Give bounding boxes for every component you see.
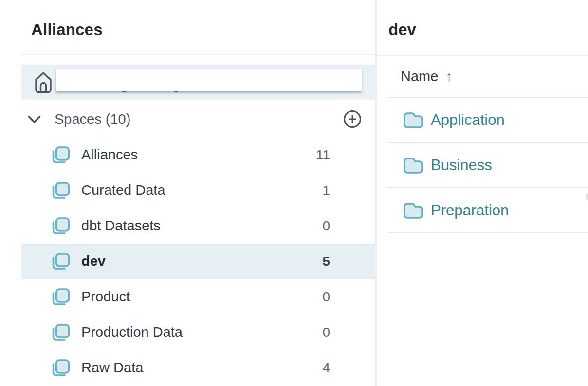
space-icon [50, 286, 72, 308]
space-icon [50, 144, 72, 166]
home-icon [34, 70, 53, 94]
space-name: Alliances [81, 147, 138, 163]
folder-name-link[interactable]: Application [431, 111, 505, 129]
folder-row-business[interactable]: Business [387, 143, 588, 188]
chevron-down-icon[interactable] [28, 116, 41, 123]
content-panel: dev Name ↑ Application [377, 0, 588, 386]
spaces-section-label: Spaces (10) [55, 111, 130, 127]
sidebar-item-product[interactable]: Product 0 [21, 279, 375, 315]
folder-name-link[interactable]: Business [431, 157, 492, 174]
space-name: dev [81, 253, 106, 269]
redaction-overlay [56, 69, 362, 91]
sidebar-item-curated-data[interactable]: Curated Data 1 [21, 173, 375, 208]
space-count: 5 [322, 254, 330, 269]
space-count: 0 [322, 325, 330, 340]
folder-row-application[interactable]: Application [387, 98, 588, 143]
dataset-browser: Alliances Spaces (10) [0, 0, 588, 386]
folder-list: Application Business Preparation [387, 98, 588, 233]
space-name: Product [81, 289, 130, 305]
space-icon [50, 180, 72, 201]
space-icon [50, 215, 72, 237]
sidebar: Alliances Spaces (10) [0, 0, 375, 386]
spaces-section-header[interactable]: Spaces (10) [21, 102, 375, 137]
folder-icon [403, 202, 423, 219]
space-count: 0 [322, 289, 330, 305]
space-count: 0 [322, 218, 330, 234]
sort-ascending-icon[interactable]: ↑ [445, 69, 453, 85]
space-name: Curated Data [81, 182, 165, 198]
sidebar-divider [21, 54, 375, 55]
folder-row-preparation[interactable]: Preparation [387, 188, 588, 233]
space-icon [50, 357, 72, 379]
sidebar-title: Alliances [31, 20, 103, 39]
sidebar-item-alliances[interactable]: Alliances 11 [21, 137, 375, 173]
space-count: 4 [322, 360, 330, 376]
sidebar-item-dbt-datasets[interactable]: dbt Datasets 0 [21, 208, 375, 244]
folder-name-link[interactable]: Preparation [431, 202, 509, 219]
table-header: Name ↑ [387, 56, 588, 98]
spaces-list: Alliances 11 Curated Data 1 [21, 137, 375, 386]
sidebar-item-production-data[interactable]: Production Data 0 [21, 315, 375, 350]
space-name: dbt Datasets [81, 218, 161, 234]
add-space-button[interactable] [343, 110, 362, 128]
home-row[interactable] [21, 65, 375, 100]
sidebar-item-dev[interactable]: dev 5 [21, 244, 375, 279]
edge-fragment [586, 193, 588, 200]
sidebar-item-raw-data[interactable]: Raw Data 4 [21, 350, 375, 386]
folder-icon [403, 111, 423, 129]
name-column-header[interactable]: Name [401, 69, 438, 85]
space-name: Raw Data [81, 360, 143, 376]
space-count: 11 [316, 147, 330, 163]
space-name: Production Data [81, 324, 183, 340]
space-count: 1 [322, 183, 330, 198]
space-icon [50, 251, 72, 272]
page-title: dev [388, 20, 416, 39]
folder-icon [403, 157, 423, 174]
space-icon [50, 322, 72, 343]
